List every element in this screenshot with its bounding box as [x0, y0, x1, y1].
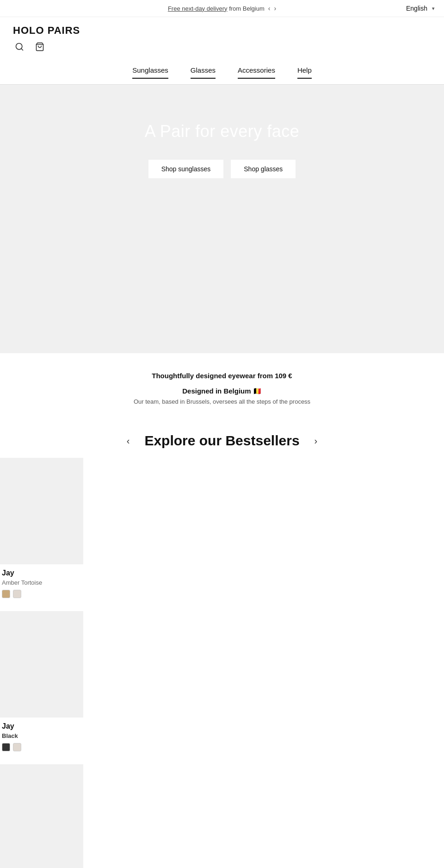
product-image: [0, 458, 83, 564]
search-button[interactable]: [13, 40, 26, 53]
info-description: Our team, based in Brussels, oversees al…: [9, 398, 435, 405]
products-list: Jay Amber Tortoise Jay Black Jay Brown T…: [0, 458, 444, 868]
info-section: Thoughtfully designed eyewear from 109 €…: [0, 353, 444, 414]
color-swatch[interactable]: [13, 743, 21, 751]
product-color: Black: [0, 732, 444, 739]
product-card: Jay Brown Transparent: [0, 764, 444, 868]
nav-item-glasses[interactable]: Glasses: [191, 66, 216, 79]
shop-sunglasses-button[interactable]: Shop sunglasses: [148, 160, 224, 178]
hero-title: A Pair for every face: [145, 122, 300, 141]
header-icons: [13, 40, 80, 53]
language-selector[interactable]: English French Dutch ▾: [406, 5, 435, 12]
hero-buttons: Shop sunglasses Shop glasses: [148, 160, 296, 178]
info-designed: Designed in Belgium 🇧🇪: [9, 387, 435, 395]
product-color: Amber Tortoise: [0, 579, 444, 586]
product-image: [0, 764, 83, 868]
header-left: HOLO PAIRS: [13, 25, 80, 53]
info-tagline: Thoughtfully designed eyewear from 109 €: [9, 372, 435, 380]
header: HOLO PAIRS: [0, 17, 444, 61]
banner-next-arrow[interactable]: ›: [274, 5, 276, 12]
bestsellers-header: ‹ Explore our Bestsellers ›: [0, 414, 444, 458]
product-name: Jay: [0, 722, 444, 731]
nav-item-help[interactable]: Help: [297, 66, 312, 79]
nav-item-accessories[interactable]: Accessories: [238, 66, 275, 79]
color-swatch[interactable]: [2, 743, 10, 751]
language-select[interactable]: English French Dutch: [406, 5, 435, 12]
logo[interactable]: HOLO PAIRS: [13, 25, 80, 37]
svg-line-1: [21, 49, 23, 50]
product-card: Jay Amber Tortoise: [0, 458, 444, 611]
product-image: [0, 611, 83, 718]
banner-text: Free next-day delivery from Belgium: [168, 5, 265, 12]
color-swatches: [0, 590, 444, 598]
shop-glasses-button[interactable]: Shop glasses: [231, 160, 296, 178]
cart-button[interactable]: [33, 40, 46, 53]
from-text: from Belgium: [229, 5, 265, 12]
hero-section: A Pair for every face Shop sunglasses Sh…: [0, 85, 444, 353]
nav-item-sunglasses[interactable]: Sunglasses: [132, 66, 168, 79]
delivery-link[interactable]: Free next-day delivery: [168, 5, 228, 12]
banner-arrows: ‹ ›: [268, 5, 276, 12]
color-swatches: [0, 743, 444, 751]
bestsellers-next-button[interactable]: ›: [311, 434, 321, 448]
color-swatch[interactable]: [13, 590, 21, 598]
bestsellers-prev-button[interactable]: ‹: [123, 434, 134, 448]
banner-prev-arrow[interactable]: ‹: [268, 5, 271, 12]
product-name: Jay: [0, 569, 444, 577]
bestsellers-title: Explore our Bestsellers: [144, 433, 299, 449]
cart-icon: [35, 42, 44, 51]
main-nav: Sunglasses Glasses Accessories Help: [0, 61, 444, 85]
top-banner: Free next-day delivery from Belgium ‹ › …: [0, 0, 444, 17]
color-swatch[interactable]: [2, 590, 10, 598]
product-card: Jay Black: [0, 611, 444, 764]
search-icon: [15, 42, 24, 51]
